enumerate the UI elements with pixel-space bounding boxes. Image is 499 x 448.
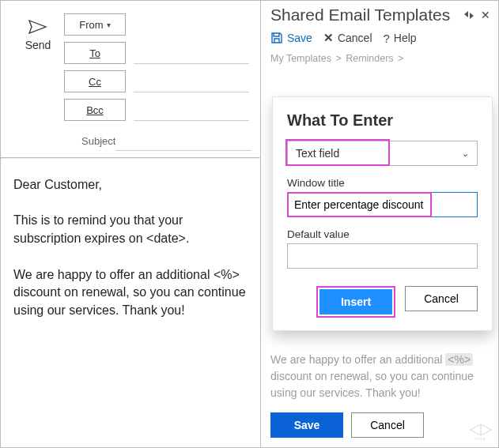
what-to-enter-dialog: What To Enter Text field ⌄ Window title …	[272, 96, 493, 331]
panel-cancel-label: Cancel	[338, 32, 372, 44]
chevron-down-icon: ⌄	[462, 149, 469, 159]
expand-icon[interactable]	[463, 10, 474, 20]
email-composer: Send From ▾ To	[1, 1, 261, 447]
x-icon: ✕	[323, 31, 334, 45]
dialog-cancel-button[interactable]: Cancel	[405, 286, 478, 311]
panel-save-action[interactable]: Save	[270, 32, 312, 44]
subject-input[interactable]	[115, 130, 251, 151]
default-value-input[interactable]	[287, 243, 478, 269]
send-icon	[28, 20, 47, 34]
bcc-button[interactable]: Bcc	[64, 99, 126, 121]
cc-label: Cc	[89, 76, 101, 88]
default-value-label: Default value	[287, 228, 478, 240]
from-label: From	[79, 19, 103, 31]
panel-save-label: Save	[287, 32, 312, 44]
highlight-box: Insert	[316, 286, 395, 318]
template-preview: We are happy to offer an additional <%> …	[261, 348, 498, 405]
panel-cancel-action[interactable]: ✕ Cancel	[323, 31, 372, 45]
save-icon	[270, 32, 283, 44]
send-button[interactable]: Send	[12, 13, 64, 127]
chevron-right-icon: >	[398, 53, 403, 64]
breadcrumb-item[interactable]: My Templates	[270, 53, 331, 64]
cc-field[interactable]	[134, 70, 249, 92]
from-button[interactable]: From ▾	[64, 13, 126, 36]
email-body[interactable]: Dear Customer, This is to remind you tha…	[1, 159, 260, 447]
panel-help-action[interactable]: ? Help	[384, 32, 417, 45]
breadcrumb[interactable]: My Templates > Reminders >	[261, 51, 498, 69]
panel-title: Shared Email Templates	[270, 6, 450, 24]
chevron-right-icon: >	[335, 53, 341, 64]
insert-button[interactable]: Insert	[319, 289, 392, 314]
bcc-field[interactable]	[134, 99, 249, 121]
editor-save-button[interactable]: Save	[270, 412, 343, 438]
panel-help-label: Help	[394, 32, 417, 44]
subject-label: Subject	[81, 135, 115, 147]
close-icon[interactable]: ✕	[481, 9, 490, 21]
breadcrumb-item[interactable]: Reminders	[346, 53, 393, 64]
cc-button[interactable]: Cc	[64, 70, 126, 92]
dialog-title: What To Enter	[287, 111, 478, 130]
to-field[interactable]	[134, 42, 249, 64]
field-type-value: Text field	[296, 147, 339, 160]
window-title-input[interactable]	[287, 192, 478, 217]
placeholder-token: <%>	[445, 353, 473, 366]
field-type-select[interactable]: Text field ⌄	[287, 141, 478, 166]
window-title-label: Window title	[287, 177, 478, 189]
to-button[interactable]: To	[64, 42, 126, 64]
help-icon: ?	[384, 32, 390, 45]
chevron-down-icon: ▾	[107, 21, 111, 29]
editor-cancel-button[interactable]: Cancel	[351, 412, 424, 438]
bcc-label: Bcc	[86, 104, 104, 116]
send-label: Send	[25, 39, 51, 51]
to-label: To	[89, 47, 100, 59]
